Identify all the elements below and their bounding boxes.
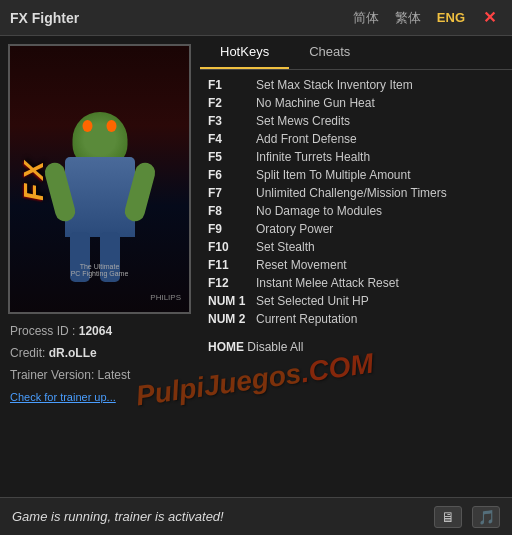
home-key: HOME xyxy=(208,340,244,354)
lang-traditional[interactable]: 繁体 xyxy=(391,7,425,29)
process-value: 12064 xyxy=(79,324,112,338)
trainer-link-row[interactable]: Check for trainer up... xyxy=(10,390,190,404)
hotkey-desc: Set Max Stack Inventory Item xyxy=(256,78,413,92)
hotkey-desc: No Machine Gun Heat xyxy=(256,96,375,110)
credit-info: Credit: dR.oLLe xyxy=(10,346,190,360)
hotkey-key: F9 xyxy=(208,222,256,236)
cover-subtitle: The UltimatePC Fighting Game xyxy=(71,263,129,277)
process-info: Process ID : 12064 xyxy=(10,324,190,338)
close-button[interactable]: ✕ xyxy=(477,6,502,29)
character-body xyxy=(65,157,135,237)
hotkey-desc: Current Reputation xyxy=(256,312,357,326)
hotkey-row: F7Unlimited Challenge/Mission Timers xyxy=(208,184,504,202)
hotkey-key: F2 xyxy=(208,96,256,110)
hotkey-row: F11Reset Movement xyxy=(208,256,504,274)
lang-simplified[interactable]: 简体 xyxy=(349,7,383,29)
trainer-update-link[interactable]: Check for trainer up... xyxy=(10,391,116,403)
hotkeys-list: F1Set Max Stack Inventory ItemF2No Machi… xyxy=(200,70,512,497)
status-message: Game is running, trainer is activated! xyxy=(12,509,224,524)
game-info: Process ID : 12064 Credit: dR.oLLe Train… xyxy=(8,324,192,412)
hotkey-desc: Infinite Turrets Health xyxy=(256,150,370,164)
credit-value: dR.oLLe xyxy=(49,346,97,360)
hotkey-desc: Instant Melee Attack Reset xyxy=(256,276,399,290)
hotkey-key: F6 xyxy=(208,168,256,182)
hotkey-row: F1Set Max Stack Inventory Item xyxy=(208,76,504,94)
hotkey-key: F8 xyxy=(208,204,256,218)
hotkey-key: F5 xyxy=(208,150,256,164)
trainer-version-label: Trainer Version: Latest xyxy=(10,368,130,382)
hotkey-row: F5Infinite Turrets Health xyxy=(208,148,504,166)
hotkey-desc: Set Stealth xyxy=(256,240,315,254)
app-title: FX Fighter xyxy=(10,10,79,26)
hotkey-desc: Set Selected Unit HP xyxy=(256,294,369,308)
monitor-icon: 🖥 xyxy=(441,509,455,525)
trainer-version: Trainer Version: Latest xyxy=(10,368,190,382)
tab-hotkeys[interactable]: HotKeys xyxy=(200,36,289,69)
cover-publisher: PHILIPS xyxy=(150,293,181,302)
main-area: FX The UltimatePC Fighting Game PHILIPS xyxy=(0,36,512,497)
hotkey-desc: Unlimited Challenge/Mission Timers xyxy=(256,186,447,200)
hotkey-row: NUM 2Current Reputation xyxy=(208,310,504,328)
home-desc: Disable All xyxy=(244,340,303,354)
hotkey-row: NUM 1Set Selected Unit HP xyxy=(208,292,504,310)
music-icon[interactable]: 🎵 xyxy=(472,506,500,528)
hotkey-row: F10Set Stealth xyxy=(208,238,504,256)
hotkey-key: NUM 2 xyxy=(208,312,256,326)
game-cover-image: FX The UltimatePC Fighting Game PHILIPS xyxy=(8,44,191,314)
hotkey-desc: Split Item To Multiple Amount xyxy=(256,168,411,182)
credit-label: Credit: xyxy=(10,346,45,360)
hotkey-desc: Reset Movement xyxy=(256,258,347,272)
hotkey-desc: Set Mews Credits xyxy=(256,114,350,128)
home-action-row: HOME Disable All xyxy=(208,338,504,356)
hotkey-row: F8No Damage to Modules xyxy=(208,202,504,220)
hotkey-row: F12Instant Melee Attack Reset xyxy=(208,274,504,292)
hotkey-row: F2No Machine Gun Heat xyxy=(208,94,504,112)
hotkey-key: F3 xyxy=(208,114,256,128)
hotkey-row: F4Add Front Defense xyxy=(208,130,504,148)
hotkey-row: F6Split Item To Multiple Amount xyxy=(208,166,504,184)
hotkey-key: NUM 1 xyxy=(208,294,256,308)
hotkey-desc: Oratory Power xyxy=(256,222,333,236)
title-bar: FX Fighter 简体 繁体 ENG ✕ xyxy=(0,0,512,36)
computer-icon[interactable]: 🖥 xyxy=(434,506,462,528)
tab-bar: HotKeys Cheats xyxy=(200,36,512,70)
hotkey-key: F7 xyxy=(208,186,256,200)
hotkey-key: F1 xyxy=(208,78,256,92)
lang-english[interactable]: ENG xyxy=(433,8,469,27)
cover-art: FX The UltimatePC Fighting Game PHILIPS xyxy=(10,46,189,312)
hotkey-key: F12 xyxy=(208,276,256,290)
status-bar: Game is running, trainer is activated! 🖥… xyxy=(0,497,512,535)
language-selector: 简体 繁体 ENG ✕ xyxy=(349,6,502,29)
left-panel: FX The UltimatePC Fighting Game PHILIPS xyxy=(0,36,200,497)
status-icons: 🖥 🎵 xyxy=(434,506,500,528)
hotkey-row: F9Oratory Power xyxy=(208,220,504,238)
hotkey-desc: Add Front Defense xyxy=(256,132,357,146)
hotkey-key: F10 xyxy=(208,240,256,254)
tab-cheats[interactable]: Cheats xyxy=(289,36,370,69)
hotkey-row: F3Set Mews Credits xyxy=(208,112,504,130)
hotkey-desc: No Damage to Modules xyxy=(256,204,382,218)
process-label: Process ID : xyxy=(10,324,75,338)
cover-character xyxy=(50,112,150,282)
right-panel: HotKeys Cheats F1Set Max Stack Inventory… xyxy=(200,36,512,497)
note-icon: 🎵 xyxy=(478,509,495,525)
hotkey-key: F4 xyxy=(208,132,256,146)
hotkey-key: F11 xyxy=(208,258,256,272)
